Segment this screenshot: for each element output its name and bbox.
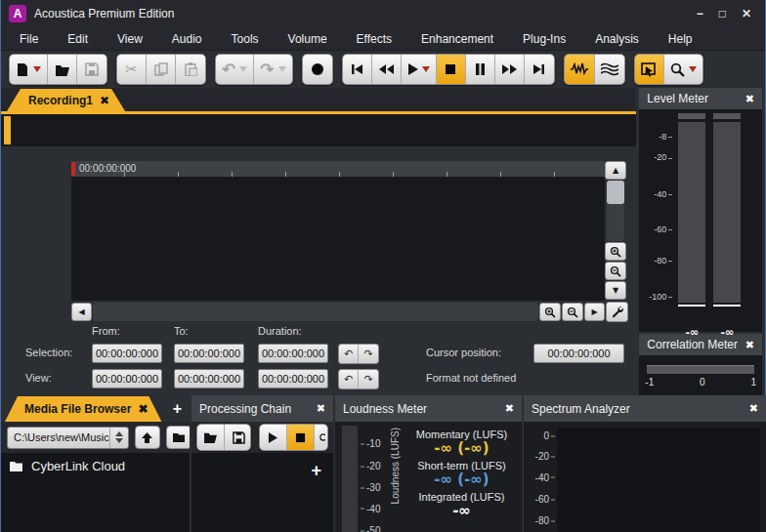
new-file-dropdown-icon[interactable] [33, 66, 41, 72]
processing-chain-close-icon[interactable]: ✖ [317, 402, 325, 415]
editor-settings-button[interactable] [606, 302, 628, 322]
menu-help[interactable]: Help [654, 27, 707, 51]
close-button[interactable]: ✕ [742, 8, 751, 20]
selection-to-field[interactable]: 00:00:00:000 [174, 344, 244, 363]
loop-icon [317, 431, 325, 443]
go-to-start-button[interactable] [343, 55, 372, 84]
menu-enhancement[interactable]: Enhancement [406, 27, 508, 51]
list-item-cyberlink-cloud[interactable]: CyberLink Cloud [9, 459, 182, 473]
spectral-view-button[interactable] [595, 55, 624, 84]
add-effect-button[interactable]: + [311, 461, 321, 481]
selection-undo-button[interactable]: ↶ [339, 345, 359, 363]
processing-chain-panel: Processing Chain ✖ [192, 395, 333, 532]
minimize-button[interactable]: − [697, 8, 703, 20]
selection-tool-button[interactable] [635, 55, 664, 84]
waveform-canvas[interactable] [71, 177, 605, 301]
chain-stop-button[interactable] [287, 425, 315, 450]
add-panel-button[interactable]: + [173, 400, 182, 418]
undo-dropdown-icon[interactable] [239, 66, 247, 72]
tab-close-icon[interactable]: ✖ [138, 402, 148, 416]
play-button[interactable] [402, 55, 437, 84]
spectrum-analyzer-close-icon[interactable]: ✖ [749, 402, 758, 415]
scroll-down-button[interactable]: ▼ [605, 281, 626, 300]
copy-button[interactable] [147, 55, 176, 84]
from-header: From: [92, 325, 120, 337]
tab-recording1[interactable]: Recording1 ✖ [7, 89, 125, 111]
chain-open-button[interactable] [197, 425, 225, 450]
menu-tools[interactable]: Tools [217, 27, 274, 51]
selection-duration-field[interactable]: 00:00:00:000 [258, 344, 328, 363]
chain-save-button[interactable] [225, 425, 251, 450]
scale-label: -20 [654, 152, 672, 162]
level-meter-panel: Level Meter ✖ -8 -20 -40 -60 -80 -100 [639, 88, 762, 332]
correlation-scale: -1 0 1 [645, 377, 756, 388]
scroll-left-button[interactable]: ◀ [71, 303, 92, 321]
scroll-right-button[interactable]: ▶ [584, 303, 605, 321]
view-to-field[interactable]: 00:00:00:000 [174, 369, 244, 389]
scale-label: -20 [361, 460, 380, 471]
path-spinner[interactable] [109, 428, 128, 448]
zoom-in-vertical-button[interactable] [605, 242, 626, 261]
open-file-button[interactable] [48, 55, 77, 84]
view-duration-field[interactable]: 00:00:00:000 [258, 369, 328, 389]
cursor-position-field[interactable]: 00:00:00:000 [533, 344, 624, 363]
browse-folder-button[interactable] [166, 426, 190, 449]
level-meter-close-icon[interactable]: ✖ [745, 93, 754, 105]
menu-plugins[interactable]: Plug-Ins [508, 27, 580, 51]
zoom-tool-button[interactable] [664, 55, 702, 84]
zoom-out-horizontal-button[interactable] [562, 303, 583, 321]
vertical-scroll-thumb[interactable] [607, 181, 624, 204]
go-to-end-button[interactable] [525, 55, 554, 84]
scroll-up-button[interactable]: ▲ [605, 161, 626, 180]
selection-from-field[interactable]: 00:00:00:000 [92, 344, 162, 363]
new-file-button[interactable] [10, 55, 48, 84]
menu-file[interactable]: File [5, 27, 53, 51]
selection-redo-button[interactable]: ↷ [359, 345, 378, 363]
paste-button[interactable] [176, 55, 205, 84]
vertical-scroll-track[interactable] [607, 181, 624, 241]
rewind-button[interactable] [372, 55, 402, 84]
loudness-meter-title: Loudness Meter [343, 402, 427, 416]
scissors-icon: ✂ [125, 62, 138, 77]
stop-button[interactable] [437, 55, 466, 84]
zoom-in-horizontal-button[interactable] [539, 303, 561, 321]
pause-button[interactable] [466, 55, 495, 84]
loudness-meter-close-icon[interactable]: ✖ [505, 402, 514, 415]
timeline-ruler[interactable]: 00:00:00:000 [71, 161, 605, 177]
menu-analysis[interactable]: Analysis [580, 27, 654, 51]
correlation-meter-title: Correlation Meter [647, 338, 738, 351]
undo-button[interactable]: ↶ [216, 55, 254, 84]
chain-play-button[interactable] [260, 425, 287, 450]
fast-forward-button[interactable] [495, 55, 525, 84]
record-button[interactable] [303, 55, 332, 84]
zoom-dropdown-icon[interactable] [689, 66, 697, 72]
menu-effects[interactable]: Effects [342, 27, 406, 51]
chain-extra-button-partial[interactable] [315, 425, 327, 450]
loudness-meter-panel: Loudness Meter ✖ -10 -20 -30 -40 -50 Lou… [335, 395, 522, 532]
zoom-out-vertical-button[interactable] [605, 262, 626, 280]
menu-bar: File Edit View Audio Tools Volume Effect… [1, 27, 765, 51]
menu-edit[interactable]: Edit [53, 27, 103, 51]
redo-dropdown-icon[interactable] [278, 66, 286, 72]
correlation-meter-close-icon[interactable]: ✖ [745, 339, 754, 351]
cut-button[interactable]: ✂ [117, 55, 147, 84]
view-redo-button[interactable]: ↷ [359, 370, 378, 389]
overview-position-marker[interactable] [4, 116, 11, 144]
path-combobox[interactable]: C:\Users\new\Music [7, 427, 129, 449]
tab-media-file-browser[interactable]: Media File Browser ✖ [5, 396, 161, 422]
horizontal-scroll-track[interactable] [93, 303, 538, 321]
save-button[interactable] [77, 55, 106, 84]
waveform-view-button[interactable] [565, 55, 595, 84]
view-from-field[interactable]: 00:00:00:000 [92, 369, 162, 389]
maximize-button[interactable]: □ [719, 8, 726, 20]
menu-view[interactable]: View [103, 27, 157, 51]
redo-button[interactable]: ↷ [254, 55, 291, 84]
play-dropdown-icon[interactable] [422, 66, 430, 72]
view-undo-button[interactable]: ↶ [339, 370, 359, 389]
folder-up-button[interactable] [135, 426, 160, 449]
menu-audio[interactable]: Audio [157, 27, 217, 51]
menu-volume[interactable]: Volume [274, 27, 342, 51]
tab-close-icon[interactable]: ✖ [100, 94, 109, 107]
undo-icon: ↶ [222, 62, 235, 77]
waveform-overview[interactable] [1, 111, 636, 146]
